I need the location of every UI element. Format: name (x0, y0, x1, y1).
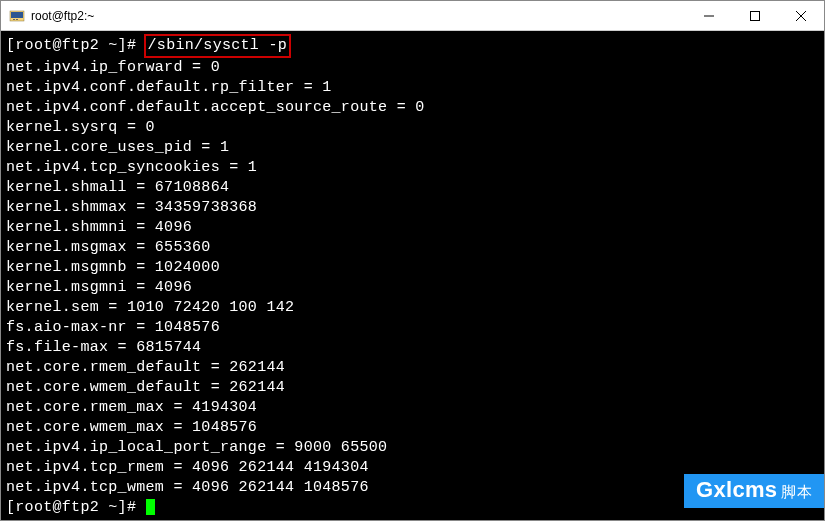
output-line: net.ipv4.ip_forward = 0 (6, 58, 819, 78)
output-line: kernel.shmmni = 4096 (6, 218, 819, 238)
window-controls (686, 1, 824, 30)
terminal-output[interactable]: [root@ftp2 ~]# /sbin/sysctl -p net.ipv4.… (1, 31, 824, 520)
output-line: net.ipv4.conf.default.rp_filter = 1 (6, 78, 819, 98)
svg-rect-3 (16, 19, 18, 20)
svg-rect-5 (751, 11, 760, 20)
output-line: fs.aio-max-nr = 1048576 (6, 318, 819, 338)
titlebar[interactable]: root@ftp2:~ (1, 1, 824, 31)
output-line: kernel.core_uses_pid = 1 (6, 138, 819, 158)
highlighted-command: /sbin/sysctl -p (144, 34, 292, 58)
close-button[interactable] (778, 2, 824, 30)
command-line: [root@ftp2 ~]# /sbin/sysctl -p (6, 34, 819, 58)
output-container: net.ipv4.ip_forward = 0net.ipv4.conf.def… (6, 58, 819, 498)
output-line: kernel.msgmnb = 1024000 (6, 258, 819, 278)
output-line: kernel.sysrq = 0 (6, 118, 819, 138)
svg-rect-1 (11, 12, 23, 18)
output-line: kernel.msgmax = 655360 (6, 238, 819, 258)
watermark-sub: 脚本 (781, 482, 812, 502)
minimize-button[interactable] (686, 2, 732, 30)
window-title: root@ftp2:~ (31, 9, 686, 23)
output-line: kernel.shmmax = 34359738368 (6, 198, 819, 218)
output-line: kernel.sem = 1010 72420 100 142 (6, 298, 819, 318)
cursor (146, 499, 155, 515)
output-line: net.core.wmem_max = 1048576 (6, 418, 819, 438)
watermark-badge: Gxlcms 脚本 (684, 474, 824, 508)
shell-prompt: [root@ftp2 ~]# (6, 499, 146, 516)
output-line: net.ipv4.tcp_syncookies = 1 (6, 158, 819, 178)
output-line: net.core.rmem_max = 4194304 (6, 398, 819, 418)
watermark-main: Gxlcms (696, 480, 777, 500)
output-line: kernel.shmall = 67108864 (6, 178, 819, 198)
output-line: fs.file-max = 6815744 (6, 338, 819, 358)
putty-icon (9, 8, 25, 24)
shell-prompt: [root@ftp2 ~]# (6, 37, 146, 54)
output-line: net.ipv4.ip_local_port_range = 9000 6550… (6, 438, 819, 458)
putty-window: root@ftp2:~ [root@ftp2 ~]# /sbin/sysctl … (0, 0, 825, 521)
output-line: net.core.wmem_default = 262144 (6, 378, 819, 398)
maximize-button[interactable] (732, 2, 778, 30)
output-line: net.ipv4.conf.default.accept_source_rout… (6, 98, 819, 118)
svg-rect-2 (13, 19, 15, 20)
output-line: kernel.msgmni = 4096 (6, 278, 819, 298)
output-line: net.core.rmem_default = 262144 (6, 358, 819, 378)
